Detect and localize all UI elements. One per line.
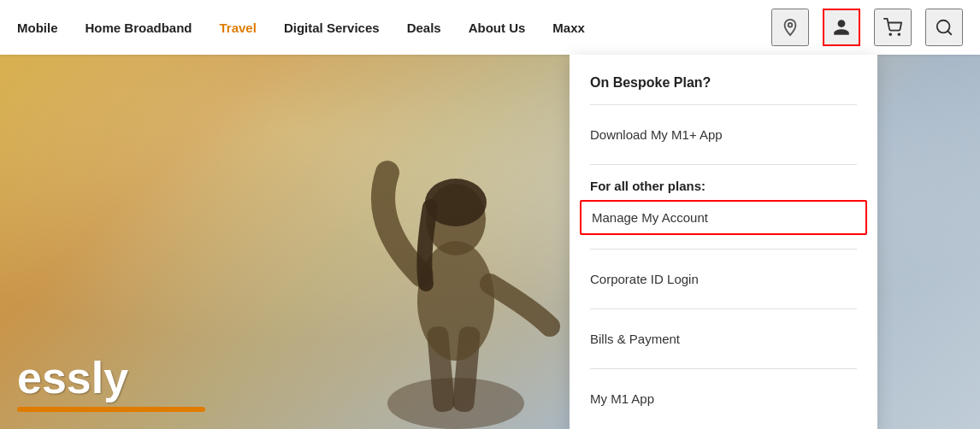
hero-text-area: essly	[17, 356, 205, 412]
my-m1-app-link[interactable]: My M1 App	[590, 383, 857, 414]
svg-line-4	[948, 31, 951, 34]
cart-icon-button[interactable]	[874, 9, 912, 46]
search-icon-button[interactable]	[925, 9, 963, 46]
bills-payment-link[interactable]: Bills & Payment	[590, 323, 857, 355]
svg-point-2	[898, 33, 900, 35]
other-plans-title: For all other plans:	[590, 179, 857, 193]
nav-item-maxx[interactable]: Maxx	[552, 21, 585, 35]
nav-item-mobile[interactable]: Mobile	[17, 21, 58, 35]
cart-icon	[883, 18, 903, 37]
svg-point-0	[788, 23, 793, 27]
header-icons	[771, 9, 963, 46]
main-nav: Mobile Home Broadband Travel Digital Ser…	[17, 21, 771, 35]
header: Mobile Home Broadband Travel Digital Ser…	[0, 0, 980, 55]
location-icon	[781, 18, 800, 37]
dropdown-divider-3	[590, 249, 857, 250]
person-icon	[832, 18, 851, 37]
nav-item-deals[interactable]: Deals	[407, 21, 441, 35]
svg-point-1	[889, 33, 891, 35]
nav-item-about-us[interactable]: About Us	[469, 21, 526, 35]
account-dropdown: On Bespoke Plan? Download My M1+ App For…	[570, 55, 877, 429]
dropdown-divider-4	[590, 309, 857, 309]
nav-item-digital-services[interactable]: Digital Services	[284, 21, 380, 35]
account-icon-button[interactable]	[823, 9, 860, 46]
dropdown-divider-1	[590, 104, 857, 105]
dropdown-divider-5	[590, 368, 857, 369]
nav-item-travel[interactable]: Travel	[220, 21, 257, 35]
search-icon	[935, 18, 953, 37]
download-m1-app-link[interactable]: Download My M1+ App	[590, 119, 857, 150]
hero-underline	[17, 407, 205, 412]
bespoke-plan-title: On Bespoke Plan?	[590, 75, 857, 91]
manage-account-link[interactable]: Manage My Account	[580, 200, 867, 235]
dropdown-divider-2	[590, 164, 857, 165]
nav-item-home-broadband[interactable]: Home Broadband	[86, 21, 192, 35]
location-icon-button[interactable]	[771, 9, 809, 46]
corporate-id-login-link[interactable]: Corporate ID Login	[590, 263, 857, 295]
hero-text: essly	[17, 356, 205, 400]
